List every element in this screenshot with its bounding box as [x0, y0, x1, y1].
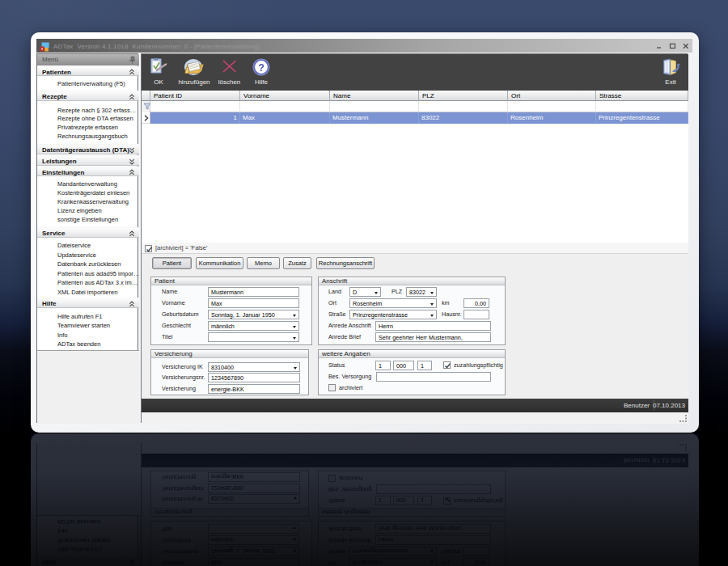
svg-text:?: ? [258, 62, 265, 74]
